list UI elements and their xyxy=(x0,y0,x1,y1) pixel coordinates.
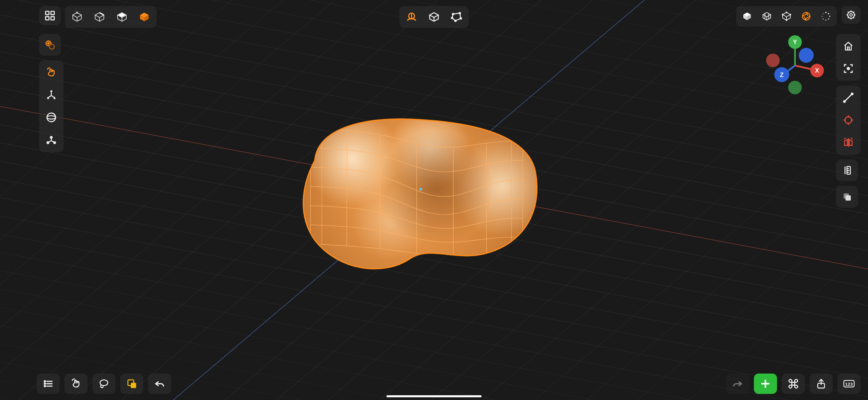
display-edge-button[interactable] xyxy=(89,7,110,26)
solid-cube-icon xyxy=(139,11,150,23)
frame-selection-button[interactable] xyxy=(837,58,859,79)
share-button[interactable] xyxy=(810,374,833,394)
solo-cube-button[interactable] xyxy=(738,7,757,25)
shortcuts-button[interactable] xyxy=(782,374,805,394)
wire-cube-b-button[interactable] xyxy=(777,7,796,25)
gesture-button[interactable] xyxy=(65,374,88,394)
diagonal-wire-button[interactable] xyxy=(837,87,859,109)
svg-point-17 xyxy=(460,18,462,19)
center-tools-group xyxy=(399,6,469,28)
svg-rect-9 xyxy=(46,11,49,15)
svg-point-21 xyxy=(790,14,791,15)
hand-tap-alt-icon xyxy=(70,378,82,389)
cube-icon xyxy=(428,11,440,23)
display-mode-group xyxy=(65,6,157,28)
svg-point-27 xyxy=(829,16,830,17)
svg-point-44 xyxy=(50,44,54,49)
duplicate-button[interactable] xyxy=(120,374,143,394)
gizmo-tools-group xyxy=(39,60,64,152)
axis-x-label: X xyxy=(815,67,819,74)
wire-cube-icon xyxy=(762,11,772,21)
stack-icon xyxy=(841,191,853,203)
stack-panel-button[interactable] xyxy=(836,186,858,208)
svg-point-56 xyxy=(845,117,852,123)
move-axes-button[interactable] xyxy=(40,84,62,106)
axes-icon xyxy=(46,89,57,101)
svg-point-5 xyxy=(799,48,814,63)
target-snap-button[interactable] xyxy=(837,109,859,131)
ruler-icon xyxy=(841,165,853,176)
redo-icon xyxy=(732,378,743,389)
polygon-draw-button[interactable] xyxy=(446,7,467,26)
svg-rect-51 xyxy=(847,47,849,50)
home-indicator xyxy=(386,395,482,397)
trackball-button[interactable] xyxy=(40,107,62,128)
focus-icon xyxy=(843,63,854,74)
primitive-cube-button[interactable] xyxy=(423,7,445,26)
svg-rect-12 xyxy=(51,17,54,20)
wire-cube-dots-icon xyxy=(781,11,792,21)
svg-point-19 xyxy=(451,17,453,19)
orbit-mode-button[interactable] xyxy=(401,7,422,26)
undo-button[interactable] xyxy=(148,374,171,394)
measure-button[interactable] xyxy=(836,159,858,181)
view-options-group xyxy=(736,6,837,26)
render-progress-button[interactable] xyxy=(816,7,835,25)
layers-button[interactable] xyxy=(37,374,60,394)
svg-point-45 xyxy=(48,43,49,44)
edge-cube-icon xyxy=(94,11,105,23)
camera-home-button[interactable] xyxy=(837,35,859,57)
svg-rect-67 xyxy=(846,195,851,201)
svg-point-16 xyxy=(459,13,460,14)
scene-panel-button[interactable] xyxy=(39,6,61,25)
face-cube-icon xyxy=(116,11,128,23)
list-icon xyxy=(42,378,54,389)
undo-icon xyxy=(154,378,165,389)
svg-point-32 xyxy=(822,13,824,14)
aperture-button[interactable] xyxy=(797,7,816,25)
lasso-button[interactable] xyxy=(92,374,115,394)
settings-button[interactable] xyxy=(842,6,861,24)
viewport-3d[interactable] xyxy=(0,0,868,400)
topology-button[interactable] xyxy=(39,34,61,56)
hand-tap-icon xyxy=(46,67,57,78)
svg-point-30 xyxy=(822,18,824,20)
svg-point-31 xyxy=(821,16,823,17)
svg-point-20 xyxy=(782,14,783,15)
svg-rect-10 xyxy=(51,11,54,15)
numeric-input-button[interactable]: 123 xyxy=(837,374,861,394)
mirror-icon xyxy=(843,137,854,148)
redo-button[interactable] xyxy=(726,374,749,394)
svg-point-47 xyxy=(47,116,56,119)
svg-point-29 xyxy=(825,19,827,21)
svg-point-22 xyxy=(786,20,787,21)
display-face-button[interactable] xyxy=(111,7,133,26)
numeric-icon: 123 xyxy=(843,378,855,389)
svg-point-55 xyxy=(851,93,853,95)
aperture-icon xyxy=(801,11,811,21)
svg-point-74 xyxy=(100,380,108,386)
svg-point-48 xyxy=(50,136,52,138)
svg-point-68 xyxy=(44,381,45,382)
axis-gizmo[interactable]: Y X Z xyxy=(763,33,827,98)
svg-point-25 xyxy=(825,12,827,13)
display-solid-button[interactable] xyxy=(133,7,155,26)
sphere-icon xyxy=(46,112,57,123)
polygon-icon xyxy=(451,11,462,23)
svg-point-18 xyxy=(455,20,456,21)
svg-point-54 xyxy=(844,101,845,102)
vertex-cube-icon xyxy=(71,11,83,23)
svg-point-4 xyxy=(766,54,780,67)
pivot-icon xyxy=(46,134,57,146)
mirror-button[interactable] xyxy=(837,132,859,153)
display-vertex-button[interactable] xyxy=(66,7,88,26)
lasso-icon xyxy=(98,378,110,389)
svg-point-15 xyxy=(452,13,454,15)
wire-cube-a-button[interactable] xyxy=(757,7,776,25)
pivot-button[interactable] xyxy=(40,129,62,151)
svg-point-24 xyxy=(802,13,810,20)
add-button[interactable] xyxy=(754,374,777,394)
touch-gizmo-button[interactable] xyxy=(40,62,62,83)
cube-solid-icon xyxy=(742,11,752,21)
axis-y-label: Y xyxy=(793,39,797,45)
